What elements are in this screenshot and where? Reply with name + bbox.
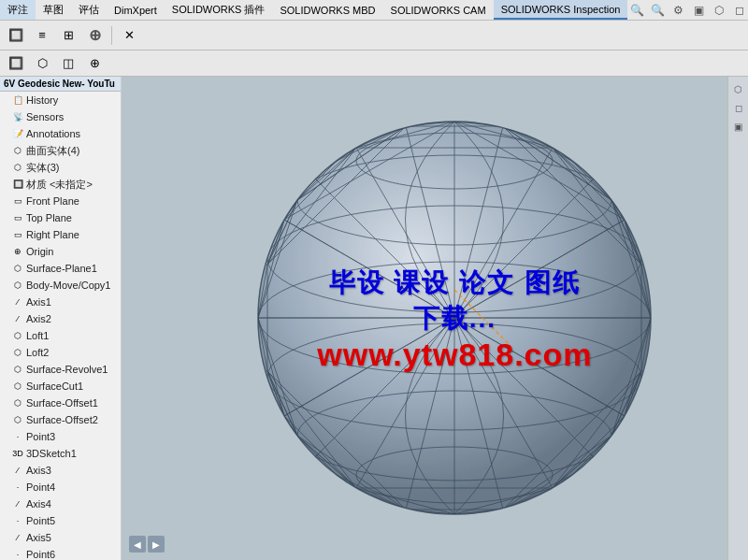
toolbar-btn-3[interactable]: ⊞ bbox=[56, 23, 80, 48]
tree-item-label: Surface-Offset2 bbox=[26, 414, 98, 425]
right-btn-2[interactable]: ◻ bbox=[730, 99, 747, 116]
tree-item-label: Loft1 bbox=[26, 330, 49, 341]
sphere-container bbox=[239, 103, 669, 535]
tree-item-label: Right Plane bbox=[26, 229, 79, 240]
search2-icon[interactable]: 🔍 bbox=[648, 1, 667, 20]
tree-item-icon: ⬡ bbox=[11, 413, 24, 426]
tree-item-icon: ▭ bbox=[11, 211, 24, 224]
tree-item[interactable]: ⬡SurfaceCut1 bbox=[0, 378, 121, 395]
menu-dimxpert[interactable]: DimXpert bbox=[107, 0, 165, 20]
right-btn-3[interactable]: ▣ bbox=[730, 118, 747, 135]
tree-item[interactable]: ·Point5 bbox=[0, 512, 121, 529]
toolbar2-btn-2[interactable]: ⬡ bbox=[30, 51, 54, 76]
tree-item-icon: ⬡ bbox=[11, 380, 24, 393]
settings-icon[interactable]: ⚙ bbox=[669, 1, 687, 20]
top-right-icons: 🔍 🔍 ⚙ ▣ ⬡ ◻ ⬜ 🔵 🟠 bbox=[627, 1, 748, 20]
tree-item-label: Surface-Plane1 bbox=[26, 263, 97, 274]
toolbar2-btn-1[interactable]: 🔲 bbox=[4, 51, 28, 76]
tree-item-icon: ∕ bbox=[11, 295, 24, 309]
nav-arrows: ◀ ▶ bbox=[129, 536, 165, 553]
tree-item[interactable]: ⬡Loft2 bbox=[0, 344, 121, 361]
tree-item-icon: 3D bbox=[11, 447, 24, 460]
menu-sw-cam[interactable]: SOLIDWORKS CAM bbox=[383, 0, 494, 20]
tree-item[interactable]: 📝Annotations bbox=[0, 125, 121, 142]
nav-left-arrow[interactable]: ◀ bbox=[129, 536, 146, 553]
main-toolbar: 🔲 ≡ ⊞ ⊕ ✕ bbox=[0, 21, 748, 50]
tree-item-icon: · bbox=[11, 481, 24, 494]
tree-item[interactable]: ⬡Surface-Revolve1 bbox=[0, 361, 121, 378]
tree-item[interactable]: 📡Sensors bbox=[0, 108, 121, 125]
toolbar2-btn-3[interactable]: ◫ bbox=[56, 51, 80, 76]
nav-right-arrow[interactable]: ▶ bbox=[148, 536, 165, 553]
tree-item[interactable]: ⬡Surface-Offset1 bbox=[0, 395, 121, 411]
tree-item[interactable]: ▭Front Plane bbox=[0, 193, 121, 209]
secondary-toolbar: 🔲 ⬡ ◫ ⊕ bbox=[0, 50, 748, 77]
tree-item-icon: ∕ bbox=[11, 464, 24, 477]
tree-item-icon: ⬡ bbox=[11, 144, 24, 157]
view3-icon[interactable]: ◻ bbox=[730, 1, 748, 20]
view1-icon[interactable]: ▣ bbox=[689, 1, 708, 20]
tree-item-label: Point4 bbox=[26, 481, 55, 493]
tree-item-icon: ∕ bbox=[11, 312, 24, 325]
tree-item-label: 实体(3) bbox=[26, 161, 59, 175]
tree-item[interactable]: ⬡曲面实体(4) bbox=[0, 142, 121, 159]
tree-item-icon: ⬡ bbox=[11, 363, 24, 376]
menu-草图[interactable]: 草图 bbox=[36, 0, 71, 20]
tree-item-label: Surface-Revolve1 bbox=[26, 364, 108, 375]
tree-item[interactable]: ▭Right Plane bbox=[0, 226, 121, 243]
geodesic-sphere-svg bbox=[239, 103, 669, 533]
tree-item-icon: ▭ bbox=[11, 228, 24, 241]
feature-tree-sidebar: 6V Geodesic New- YouTu 📋History📡Sensors📝… bbox=[0, 77, 122, 560]
toolbar-btn-1[interactable]: 🔲 bbox=[4, 23, 28, 48]
toolbar-btn-5[interactable]: ✕ bbox=[117, 23, 141, 48]
tree-item-label: Top Plane bbox=[26, 212, 72, 223]
tree-item[interactable]: 3D3DSketch1 bbox=[0, 445, 121, 462]
menu-bar: 评注 草图 评估 DimXpert SOLIDWORKS 插件 SOLIDWOR… bbox=[0, 0, 748, 21]
menu-sw-plugins[interactable]: SOLIDWORKS 插件 bbox=[165, 0, 273, 20]
tree-item-label: Body-Move/Copy1 bbox=[26, 280, 111, 291]
tree-item[interactable]: ⬡Surface-Plane1 bbox=[0, 260, 121, 277]
tree-item[interactable]: ⬡Surface-Offset2 bbox=[0, 411, 121, 428]
tree-item-icon: · bbox=[11, 548, 24, 560]
tree-item-label: 3DSketch1 bbox=[26, 448, 77, 459]
tree-item[interactable]: ∕Axis2 bbox=[0, 310, 121, 327]
tree-item-icon: 📡 bbox=[11, 110, 24, 123]
tree-item[interactable]: ⊕Origin bbox=[0, 243, 121, 260]
tree-item-icon: ∕ bbox=[11, 531, 24, 544]
tree-item-icon: ⬡ bbox=[11, 329, 24, 342]
tree-item-label: Point6 bbox=[26, 549, 55, 560]
toolbar-add-btn[interactable]: ⊕ bbox=[82, 23, 107, 48]
main-viewport[interactable]: 毕设 课设 论文 图纸 下载... www.ytw818.com ◀ ▶ bbox=[122, 77, 727, 560]
tree-item-icon: ⬡ bbox=[11, 262, 24, 275]
menu-sw-mbd[interactable]: SOLIDWORKS MBD bbox=[272, 0, 382, 20]
right-panel: ⬡ ◻ ▣ bbox=[727, 77, 748, 560]
tree-item[interactable]: ⬡实体(3) bbox=[0, 159, 121, 176]
toolbar2-btn-4[interactable]: ⊕ bbox=[82, 51, 107, 76]
tree-item-label: 材质 <未指定> bbox=[26, 178, 93, 192]
tree-item[interactable]: ·Point3 bbox=[0, 428, 121, 445]
tree-item[interactable]: ∕Axis1 bbox=[0, 294, 121, 310]
search-icon[interactable]: 🔍 bbox=[627, 1, 646, 20]
tree-item[interactable]: ▭Top Plane bbox=[0, 209, 121, 226]
tree-item[interactable]: ⬡Loft1 bbox=[0, 327, 121, 344]
menu-sw-inspection[interactable]: SOLIDWORKS Inspection bbox=[494, 0, 628, 20]
toolbar-btn-2[interactable]: ≡ bbox=[30, 23, 54, 48]
tree-item[interactable]: 🔲材质 <未指定> bbox=[0, 176, 121, 193]
tree-item[interactable]: ·Point6 bbox=[0, 546, 121, 560]
tree-item-icon: ⬡ bbox=[11, 279, 24, 292]
view2-icon[interactable]: ⬡ bbox=[710, 1, 728, 20]
tree-item[interactable]: 📋History bbox=[0, 92, 121, 108]
tree-item-icon: ⬡ bbox=[11, 161, 24, 174]
tree-item-label: Front Plane bbox=[26, 195, 79, 207]
main-layout: 6V Geodesic New- YouTu 📋History📡Sensors📝… bbox=[0, 77, 748, 560]
tree-item[interactable]: ∕Axis3 bbox=[0, 462, 121, 479]
tree-item-label: Axis1 bbox=[26, 296, 51, 308]
right-btn-1[interactable]: ⬡ bbox=[730, 80, 747, 97]
menu-评估[interactable]: 评估 bbox=[71, 0, 107, 20]
menu-评注[interactable]: 评注 bbox=[0, 0, 36, 20]
tree-item[interactable]: ∕Axis4 bbox=[0, 495, 121, 512]
tree-item[interactable]: ⬡Body-Move/Copy1 bbox=[0, 277, 121, 294]
tree-item[interactable]: ∕Axis5 bbox=[0, 529, 121, 546]
tree-item-icon: 🔲 bbox=[11, 178, 24, 191]
tree-item[interactable]: ·Point4 bbox=[0, 479, 121, 495]
